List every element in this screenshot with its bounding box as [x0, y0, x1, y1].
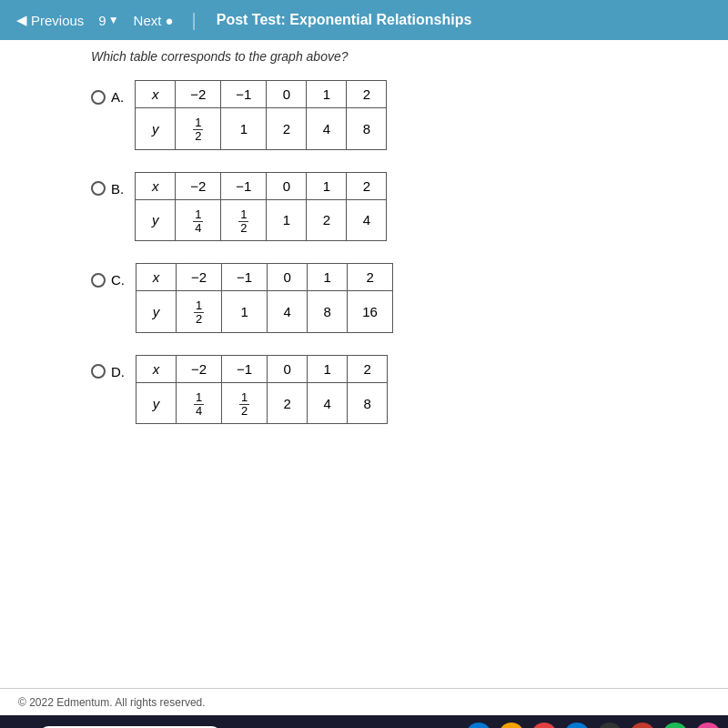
nav-bar: ◀ Previous 9 ▼ Next ● | Post Test: Expon… — [0, 0, 728, 40]
nav-separator: | — [192, 10, 197, 31]
table-c: x −2 −1 0 1 2 y 12 1 4 8 16 — [136, 263, 393, 333]
page-chevron-icon: ▼ — [108, 14, 119, 26]
option-a-label[interactable]: A. — [91, 89, 124, 105]
option-b-text: B. — [111, 181, 124, 197]
table-a-x-0: 0 — [267, 81, 307, 108]
main-content: Which table corresponds to the graph abo… — [0, 40, 728, 688]
table-c-x-neg1: −1 — [222, 264, 268, 291]
table-d-y-0: 2 — [268, 382, 308, 424]
table-a-y-label: y — [136, 108, 176, 150]
folder-icon[interactable]: 📁 — [499, 723, 524, 728]
table-a-x-neg1: −1 — [221, 81, 267, 108]
option-d-label[interactable]: D. — [91, 364, 125, 379]
table-a-y-0: 2 — [267, 108, 307, 150]
table-c-y-neg2: 12 — [177, 291, 222, 333]
previous-label: Previous — [31, 13, 84, 28]
table-a-x-neg2: −2 — [176, 81, 221, 108]
page-num-value: 9 — [98, 13, 106, 28]
page-number[interactable]: 9 ▼ — [98, 13, 118, 28]
option-b-row: B. x −2 −1 0 1 2 y 14 12 1 2 4 — [91, 172, 710, 242]
mail-icon[interactable]: ✉ — [564, 723, 590, 728]
app2-icon[interactable]: ● — [695, 723, 721, 728]
start-button[interactable]: ⊞ — [7, 723, 34, 728]
table-c-x-2: 2 — [348, 264, 393, 291]
spotify-icon[interactable]: ♪ — [662, 723, 688, 728]
table-a-x-label: x — [136, 81, 176, 108]
option-d-text: D. — [111, 364, 125, 379]
option-b-label[interactable]: B. — [91, 181, 124, 197]
previous-button[interactable]: ◀ Previous — [9, 8, 91, 32]
option-d-row: D. x −2 −1 0 1 2 y 14 12 2 4 8 — [91, 355, 710, 425]
table-b-x-0: 0 — [267, 172, 307, 199]
table-d-y-neg1: 12 — [222, 382, 268, 424]
table-c-x-1: 1 — [308, 264, 348, 291]
table-c-x-label: x — [136, 264, 177, 291]
table-b-x-1: 1 — [307, 172, 347, 199]
radio-d[interactable] — [91, 364, 106, 379]
table-b-x-neg1: −1 — [221, 172, 267, 199]
table-b-y-2: 4 — [347, 199, 387, 241]
left-arrow-icon: ◀ — [16, 12, 27, 28]
table-c-x-neg2: −2 — [177, 264, 222, 291]
copyright-text: © 2022 Edmentum. All rights reserved. — [18, 696, 206, 709]
table-d-x-label: x — [136, 355, 177, 382]
table-b-y-neg1: 12 — [221, 199, 267, 241]
table-c-y-neg1: 1 — [222, 291, 268, 333]
edge-icon[interactable]: e — [466, 723, 491, 728]
table-d-x-2: 2 — [348, 355, 388, 382]
table-a-y-neg1: 1 — [221, 108, 267, 150]
taskbar-icons: ⊞ e 📁 ⊞ ✉ ⚡ ● ♪ ● — [433, 723, 721, 728]
footer: © 2022 Edmentum. All rights reserved. — [0, 688, 728, 715]
table-c-y-1: 8 — [308, 291, 348, 333]
option-a-row: A. x −2 −1 0 1 2 y 12 1 2 4 8 — [91, 80, 710, 150]
table-d: x −2 −1 0 1 2 y 14 12 2 4 8 — [136, 355, 388, 425]
table-d-x-1: 1 — [308, 355, 348, 382]
table-d-y-neg2: 14 — [177, 382, 222, 424]
taskbar: ⊞ 🔍 Type here to search ⊞ e 📁 ⊞ ✉ ⚡ ● ♪ … — [0, 715, 728, 728]
table-d-x-neg2: −2 — [177, 355, 222, 382]
next-button[interactable]: Next ● — [126, 9, 181, 32]
radio-b[interactable] — [91, 181, 106, 196]
table-b-y-label: y — [136, 199, 176, 241]
radio-c[interactable] — [91, 273, 106, 288]
table-a-x-1: 1 — [307, 81, 347, 108]
table-d-x-0: 0 — [268, 355, 308, 382]
option-c-row: C. x −2 −1 0 1 2 y 12 1 4 8 16 — [91, 263, 710, 333]
table-a: x −2 −1 0 1 2 y 12 1 2 4 8 — [135, 80, 387, 150]
app1-icon[interactable]: ● — [630, 723, 655, 728]
radio-a[interactable] — [91, 90, 106, 105]
option-c-label[interactable]: C. — [91, 272, 125, 288]
nav-title: Post Test: Exponential Relationships — [217, 12, 472, 28]
table-b-y-neg2: 14 — [176, 199, 221, 241]
table-b: x −2 −1 0 1 2 y 14 12 1 2 4 — [135, 172, 387, 242]
table-d-y-2: 8 — [348, 382, 388, 424]
next-label: Next — [134, 13, 162, 28]
table-b-y-0: 1 — [267, 199, 307, 241]
table-d-x-neg1: −1 — [222, 355, 268, 382]
table-a-y-2: 8 — [347, 108, 387, 150]
table-c-y-label: y — [136, 291, 177, 333]
option-c-text: C. — [111, 272, 125, 288]
table-a-y-neg2: 12 — [176, 108, 221, 150]
question-text: Which table corresponds to the graph abo… — [91, 49, 710, 64]
grid-icon[interactable]: ⊞ — [531, 723, 557, 728]
table-b-x-label: x — [136, 172, 176, 199]
task-view-icon[interactable]: ⊞ — [433, 723, 459, 728]
table-a-x-2: 2 — [347, 81, 387, 108]
table-d-y-1: 4 — [308, 382, 348, 424]
table-a-y-1: 4 — [307, 108, 347, 150]
table-c-y-2: 16 — [348, 291, 393, 333]
option-a-text: A. — [111, 89, 124, 105]
table-b-x-2: 2 — [347, 172, 387, 199]
lightning-icon[interactable]: ⚡ — [597, 723, 622, 728]
right-arrow-icon: ● — [165, 13, 173, 28]
table-d-y-label: y — [136, 382, 177, 424]
table-b-x-neg2: −2 — [176, 172, 221, 199]
table-c-y-0: 4 — [268, 291, 308, 333]
table-c-x-0: 0 — [268, 264, 308, 291]
table-b-y-1: 2 — [307, 199, 347, 241]
